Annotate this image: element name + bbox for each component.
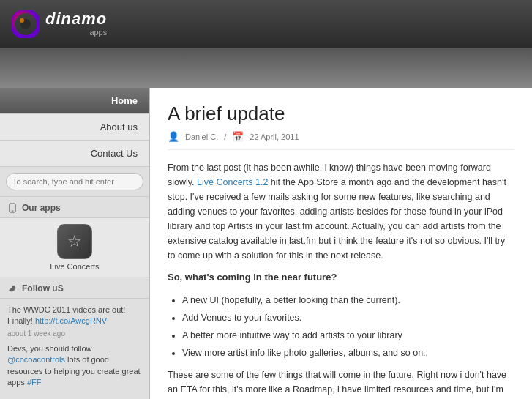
search-input[interactable] [6, 173, 143, 190]
bullet-item-3: A better more intuitive way to add artis… [182, 328, 514, 343]
our-apps-header: Our apps [0, 197, 149, 218]
follow-link-2[interactable]: @cocoacontrols [7, 355, 65, 364]
article-author: Daniel C. [185, 133, 218, 141]
logo-text: dinamo apps [45, 11, 107, 37]
banner [0, 48, 532, 88]
follow-post-1: The WWDC 2011 videos are out! Finally! h… [7, 305, 142, 339]
follow-us-section: The WWDC 2011 videos are out! Finally! h… [0, 299, 149, 398]
article-title: A brief update [168, 102, 514, 125]
logo-apps: apps [45, 28, 107, 37]
logo-name: dinamo [45, 11, 107, 27]
sidebar: Home About us Contact Us Our apps ☆ [0, 88, 150, 399]
app-name-label: Live Concerts [50, 262, 99, 271]
app-icon-star: ☆ [67, 232, 82, 251]
svg-point-2 [20, 18, 24, 23]
app-icon-area: ☆ Live Concerts [7, 224, 142, 271]
header: dinamo apps [0, 0, 532, 48]
author-icon: 👤 [168, 131, 179, 142]
bullet-item-4: View more artist info like photo galleri… [182, 346, 514, 360]
follow-us-header: Follow uS [0, 277, 149, 299]
bullet-item-1: A new UI (hopefully, a better looking th… [182, 293, 514, 307]
nav-item-contact[interactable]: Contact Us [0, 141, 149, 167]
live-concerts-link[interactable]: Live Concerts 1.2 [197, 177, 268, 187]
logo-icon [12, 10, 40, 38]
article-closing-1: These are some of the few things that wi… [168, 368, 514, 399]
follow-post-2: Devs, you should follow @cocoacontrols l… [7, 343, 142, 389]
follow-link-3[interactable]: #FF [27, 378, 42, 387]
bullet-item-2: Add Venues to your favorites. [182, 310, 514, 325]
article-body: From the last post (it has been awhile, … [168, 160, 514, 399]
svg-rect-4 [12, 211, 14, 212]
phone-icon [7, 203, 18, 213]
article-date: 22 April, 2011 [250, 133, 299, 141]
content-area: A brief update 👤 Daniel C. / 📅 22 April,… [150, 88, 532, 399]
our-apps-section: ☆ Live Concerts [0, 218, 149, 277]
article-meta: 👤 Daniel C. / 📅 22 April, 2011 [168, 131, 514, 150]
meta-separator: / [224, 133, 226, 141]
nav-item-home[interactable]: Home [0, 88, 149, 114]
search-box [0, 167, 149, 197]
app-icon[interactable]: ☆ [57, 224, 92, 259]
calendar-icon: 📅 [232, 131, 244, 142]
article-intro: From the last post (it has been awhile, … [168, 160, 514, 263]
bullet-list: A new UI (hopefully, a better looking th… [182, 293, 514, 360]
post-time-1: about 1 week ago [7, 329, 142, 339]
bird-icon [7, 283, 18, 294]
logo-area: dinamo apps [12, 10, 107, 38]
nav-item-about[interactable]: About us [0, 114, 149, 141]
article-subheading: So, what's coming in the near future? [168, 270, 514, 286]
main-layout: Home About us Contact Us Our apps ☆ [0, 88, 532, 399]
follow-link-1[interactable]: http://t.co/AwcgRNV [35, 316, 107, 325]
